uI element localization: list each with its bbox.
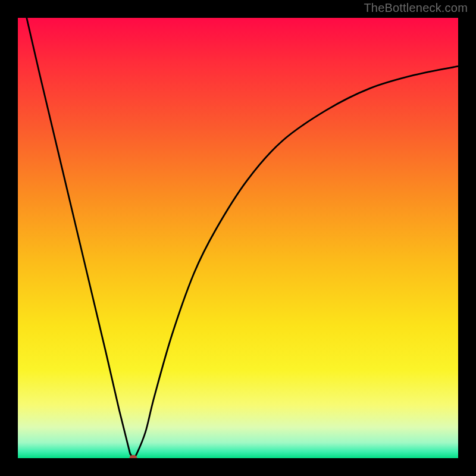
curve-layer [18,18,458,458]
chart-frame: TheBottleneck.com [0,0,476,476]
watermark-text: TheBottleneck.com [364,1,468,15]
bottleneck-curve [27,18,458,458]
plot-area [18,18,458,458]
minimum-marker [129,455,137,459]
